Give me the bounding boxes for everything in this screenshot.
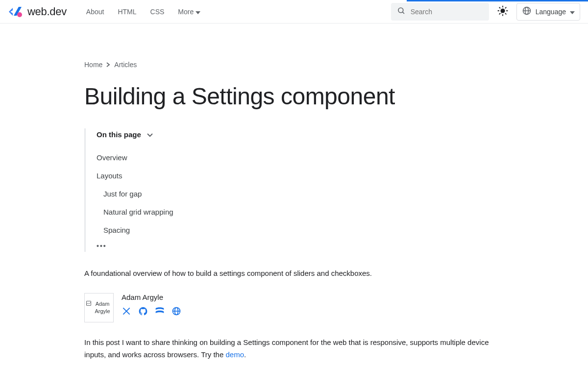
toc-item-overview[interactable]: Overview [97,148,504,167]
dropdown-arrow-icon [570,8,575,16]
svg-point-3 [500,8,505,13]
svg-point-1 [398,8,403,13]
globe-icon [172,306,181,318]
search-icon [397,6,406,17]
nav-more-label: More [178,8,194,16]
nav-more-dropdown[interactable]: More [178,8,200,16]
svg-line-10 [499,13,500,14]
toc-item-layouts[interactable]: Layouts [97,167,504,185]
toc-item-just-for-gap[interactable]: Just for gap [97,185,504,203]
site-logo[interactable]: web.dev [8,5,67,18]
x-twitter-icon [122,306,131,318]
toc-item-spacing[interactable]: Spacing [97,221,504,239]
language-selector[interactable]: Language [516,3,580,21]
primary-nav: About HTML CSS More [86,8,200,16]
author-block: Adam Argyle Adam Argyle [84,293,504,322]
toc-expand-button[interactable]: ••• [97,239,504,250]
toc-item-natural-grid-wrapping[interactable]: Natural grid wrapping [97,203,504,221]
twitter-link[interactable] [122,306,131,318]
svg-line-8 [499,7,500,8]
table-of-contents: On this page Overview Layouts Just for g… [84,128,504,252]
breadcrumb-articles[interactable]: Articles [114,61,137,69]
globe-icon [522,6,532,17]
site-name: web.dev [27,5,67,18]
svg-line-2 [402,12,404,14]
search-box[interactable]: / [391,3,489,21]
theme-toggle-button[interactable] [493,2,513,22]
author-name: Adam Argyle [122,293,181,301]
dropdown-arrow-icon [196,8,200,16]
svg-rect-15 [87,301,91,306]
page-title: Building a Settings component [84,82,504,111]
svg-point-0 [17,12,22,17]
nav-html[interactable]: HTML [118,8,136,16]
github-link[interactable] [138,306,148,318]
breadcrumb-home[interactable]: Home [84,61,102,69]
breadcrumb: Home Articles [84,61,504,69]
svg-line-9 [505,13,506,14]
intro-text-pre: In this post I want to share thinking on… [84,338,489,359]
article-card: Home Articles Building a Settings compon… [65,35,523,389]
website-link[interactable] [172,306,181,318]
nav-about[interactable]: About [86,8,104,16]
toc-toggle[interactable]: On this page [97,130,504,139]
intro-text-post: . [244,350,246,359]
chevron-down-icon [147,130,153,139]
broken-image-icon [86,300,92,308]
chevron-right-icon [106,61,110,69]
author-social-links [122,306,181,318]
github-icon [138,306,148,318]
search-input[interactable] [411,8,496,16]
site-header: web.dev About HTML CSS More / [0,0,588,24]
glitch-icon [155,306,165,318]
article-lede: A foundational overview of how to build … [84,268,504,279]
page-progress-indicator [407,0,588,1]
webdev-logo-icon [8,6,23,18]
author-avatar: Adam Argyle [84,293,114,322]
sun-icon [497,5,508,18]
demo-link[interactable]: demo [225,350,244,359]
avatar-alt-text: Adam Argyle [93,300,112,315]
article-intro-paragraph: In this post I want to share thinking on… [84,336,504,361]
toc-header-label: On this page [97,130,141,139]
nav-css[interactable]: CSS [150,8,165,16]
glitch-link[interactable] [155,306,165,318]
language-label: Language [536,8,566,16]
svg-line-11 [505,7,506,8]
